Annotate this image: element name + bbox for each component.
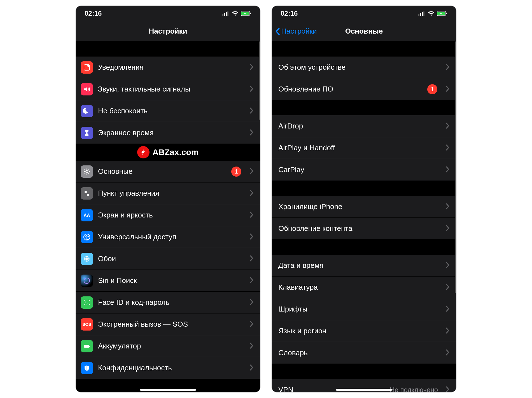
row-label: Обновление контента <box>278 224 441 233</box>
chevron-right-icon <box>446 306 450 313</box>
scrollbar[interactable] <box>259 41 260 120</box>
settings-row[interactable]: Клавиатура <box>272 277 456 298</box>
status-icons <box>418 11 447 16</box>
status-bar: 02:16 <box>76 6 260 21</box>
settings-row[interactable]: Экранное время <box>76 122 260 144</box>
svg-point-19 <box>88 301 88 302</box>
row-label: Face ID и код-пароль <box>98 298 245 307</box>
settings-row[interactable]: Шрифты <box>272 298 456 320</box>
sound-icon <box>81 83 93 95</box>
page-title: Настройки <box>76 27 260 36</box>
svg-rect-0 <box>222 14 223 16</box>
chevron-right-icon <box>250 343 254 350</box>
chevron-right-icon <box>446 203 450 210</box>
status-time: 02:16 <box>85 10 102 17</box>
scrollbar[interactable] <box>455 41 456 293</box>
moon-icon <box>81 105 93 117</box>
chevron-right-icon <box>446 64 450 71</box>
back-button[interactable]: Настройки <box>275 27 317 36</box>
display-icon: AA <box>81 209 93 221</box>
chevron-right-icon <box>250 212 254 219</box>
chevron-right-icon <box>446 327 450 335</box>
chevron-right-icon <box>446 262 450 269</box>
settings-row[interactable]: Универсальный доступ <box>76 226 260 248</box>
row-value: Не подключено <box>390 386 438 393</box>
chevron-right-icon <box>250 299 254 306</box>
chevron-right-icon <box>446 284 450 291</box>
settings-row[interactable]: Дата и время <box>272 255 456 277</box>
chevron-right-icon <box>250 86 254 93</box>
watermark: ABZax.com <box>76 144 260 161</box>
settings-row[interactable]: Об этом устройстве <box>272 57 456 78</box>
control-icon <box>81 187 93 200</box>
section-gap <box>272 181 456 196</box>
wifi-icon <box>428 11 435 16</box>
status-icons <box>222 11 251 16</box>
settings-row[interactable]: Пункт управления <box>76 182 260 204</box>
nav-header: Настройки Основные <box>272 21 456 41</box>
row-label: AirPlay и Handoff <box>278 144 441 152</box>
section-gap <box>272 41 456 57</box>
chevron-right-icon <box>446 123 450 130</box>
chevron-right-icon <box>446 86 450 93</box>
svg-rect-6 <box>250 13 251 14</box>
row-label: Основные <box>98 167 226 176</box>
notification-badge: 1 <box>427 84 437 94</box>
settings-row[interactable]: CarPlay <box>272 159 456 181</box>
chevron-right-icon <box>446 386 450 393</box>
bolt-icon <box>137 146 150 158</box>
status-bar: 02:16 <box>272 6 456 21</box>
signal-icon <box>222 11 230 16</box>
privacy-icon <box>81 362 93 374</box>
svg-rect-21 <box>89 346 90 347</box>
back-label: Настройки <box>281 27 317 36</box>
settings-row[interactable]: Уведомления <box>76 57 260 78</box>
settings-row[interactable]: Не беспокоить <box>76 100 260 122</box>
row-label: Уведомления <box>98 63 245 72</box>
row-label: Об этом устройстве <box>278 63 441 72</box>
row-label: Пункт управления <box>98 189 245 198</box>
row-label: Хранилище iPhone <box>278 202 441 211</box>
settings-row[interactable]: Основные1 <box>76 161 260 182</box>
settings-list[interactable]: УведомленияЗвуки, тактильные сигналыНе б… <box>76 41 260 392</box>
settings-row[interactable]: Язык и регион <box>272 320 456 342</box>
settings-row[interactable]: SOSЭкстренный вызов — SOS <box>76 313 260 335</box>
svg-text:AA: AA <box>83 213 90 218</box>
battery-charging-icon <box>241 11 251 16</box>
gear-icon <box>81 165 93 178</box>
settings-row[interactable]: AirDrop <box>272 115 456 137</box>
settings-row[interactable]: Siri и Поиск <box>76 270 260 292</box>
settings-row[interactable]: Хранилище iPhone <box>272 196 456 218</box>
chevron-right-icon <box>250 107 254 115</box>
row-label: Шрифты <box>278 305 441 313</box>
wifi-icon <box>232 11 239 16</box>
home-indicator[interactable] <box>336 389 392 391</box>
settings-row[interactable]: Обновление контента <box>272 218 456 240</box>
settings-row[interactable]: AAЭкран и яркость <box>76 204 260 226</box>
settings-row[interactable]: AirPlay и Handoff <box>272 137 456 159</box>
row-label: AirDrop <box>278 122 441 130</box>
section-gap <box>272 100 456 115</box>
svg-rect-2 <box>226 12 227 16</box>
settings-row[interactable]: Аккумулятор <box>76 335 260 357</box>
home-indicator[interactable] <box>140 389 196 391</box>
settings-row[interactable]: Словарь <box>272 342 456 364</box>
section-gap <box>272 240 456 255</box>
svg-rect-1 <box>224 13 225 16</box>
row-label: Siri и Поиск <box>98 276 245 285</box>
section-gap <box>272 364 456 379</box>
chevron-right-icon <box>250 364 254 372</box>
faceid-icon <box>81 296 93 309</box>
settings-row[interactable]: Обои <box>76 248 260 270</box>
signal-icon <box>418 11 426 16</box>
svg-rect-23 <box>420 13 421 16</box>
chevron-right-icon <box>446 225 450 232</box>
settings-row[interactable]: Конфиденциальность <box>76 357 260 379</box>
settings-row[interactable]: Звуки, тактильные сигналы <box>76 78 260 100</box>
settings-row[interactable]: Face ID и код-пароль <box>76 292 260 313</box>
chevron-right-icon <box>250 255 254 263</box>
chevron-right-icon <box>446 144 450 152</box>
settings-row[interactable]: Обновление ПО1 <box>272 78 456 100</box>
general-list[interactable]: Об этом устройствеОбновление ПО1 AirDrop… <box>272 41 456 392</box>
chevron-right-icon <box>250 129 254 137</box>
